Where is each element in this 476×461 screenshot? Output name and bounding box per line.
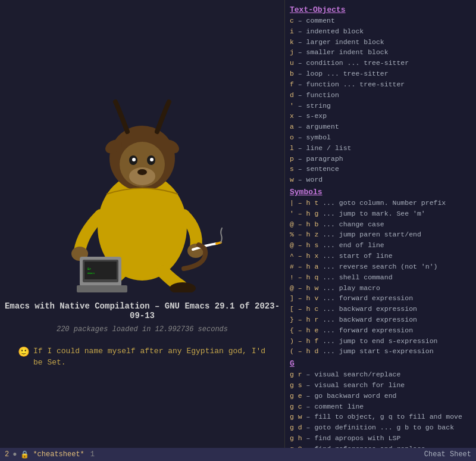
list-item: ^ – h x ... start of line [290,251,471,261]
svg-rect-20 [77,285,127,292]
list-item: # – h a ... reverse search (not 'n') [290,261,471,272]
gnu-mascot: &> emacs [41,93,243,295]
svg-point-4 [137,169,147,175]
list-item: % – h z ... jump paren start/end [290,229,471,240]
g-list: g r – visual search/replaceg s – visual … [290,369,471,461]
list-item: f – function ... tree-sitter [290,79,471,90]
list-item: ' – h g ... jump to mark. See 'm' [290,208,471,219]
list-item: l – line / list [290,143,471,154]
list-item: u – condition ... tree-sitter [290,58,471,68]
text-objects-list: c – commenti – indented blockk – larger … [290,15,471,185]
svg-text:&>: &> [87,267,91,270]
message-line: 🙂 If I could name myself after any Egypt… [0,345,284,369]
list-item: x – s-exp [290,111,471,122]
list-item: ' – string [290,101,471,111]
list-item: o – symbol [290,132,471,143]
list-item: @ – h s ... end of line [290,240,471,251]
symbols-title: Symbols [290,188,471,197]
emacs-title: Emacs with Native Compilation – GNU Emac… [0,301,284,320]
status-dot: ● [12,450,17,459]
right-panel[interactable]: Text-Objects c – commenti – indented blo… [284,0,476,461]
list-item: ( – h d ... jump start s-expression [290,346,471,357]
left-panel: &> emacs Emacs with Native Compilation –… [0,0,284,461]
smiley-icon: 🙂 [18,345,30,360]
list-item: c – comment [290,15,471,26]
list-item: i – indented block [290,26,471,37]
list-item: g h – find apropos with LSP [290,433,471,444]
list-item: @ – h w ... play macro [290,283,471,294]
text-objects-title: Text-Objects [290,5,471,14]
list-item: @ – h b ... change case [290,219,471,230]
svg-rect-17 [84,261,117,279]
svg-point-7 [132,158,136,161]
list-item: ] – h v ... forward expression [290,293,471,304]
list-item: g s – visual search for line [290,380,471,391]
buffer-name: *cheatsheet* [33,450,84,459]
list-item: ! – h q ... shell command [290,272,471,283]
list-item: g c – comment line [290,401,471,412]
svg-point-8 [150,158,154,161]
list-item: g d – goto definition ... g b to go back [290,422,471,433]
symbols-list: | – h t ... goto column. Number prefix' … [290,198,471,357]
list-item: g w – fill to object, g q to fill and mo… [290,412,471,422]
message-text: If I could name myself after any Egyptia… [33,345,267,369]
status-bar: 2 ● 🔒 *cheatsheet* 1 Cheat Sheet [0,448,476,461]
list-item: d – function [290,90,471,101]
packages-info: 220 packages loaded in 12.992736 seconds [57,325,228,334]
cheat-sheet-label: Cheat Sheet [424,450,471,459]
list-item: { – h e ... forward expression [290,325,471,336]
list-item: p – paragraph [290,154,471,164]
buf-index: 1 [90,450,95,459]
list-item: w – word [290,175,471,185]
list-item: j – smaller indent block [290,47,471,58]
list-item: g e – go backward word end [290,391,471,401]
file-lock-icon: 🔒 [20,450,29,459]
g-title: G [290,359,471,368]
list-item: g r – visual search/replace [290,369,471,380]
list-item: k – larger indent block [290,37,471,48]
list-item: s – sentence [290,164,471,175]
list-item: b – loop ... tree-sitter [290,68,471,79]
list-item: | – h t ... goto column. Number prefix [290,198,471,208]
list-item: a – argument [290,122,471,132]
list-item: } – h r ... backward expression [290,314,471,325]
buffer-number: 2 [5,450,9,459]
svg-text:emacs: emacs [87,272,95,275]
list-item: ) – h f ... jump to end s-expression [290,336,471,347]
list-item: [ – h c ... backward expression [290,304,471,314]
